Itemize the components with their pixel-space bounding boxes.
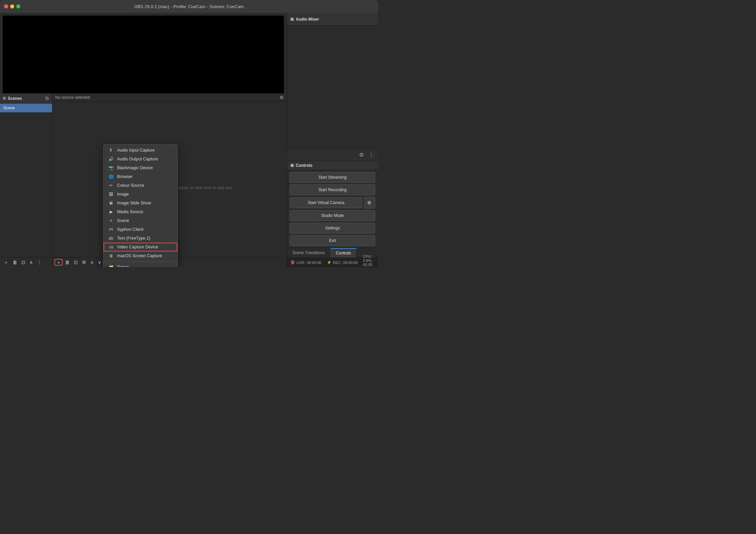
media-source-label: Media Source xyxy=(117,209,143,214)
start-virtual-camera-button[interactable]: Start Virtual Camera xyxy=(290,197,362,208)
audio-mixer-settings-button[interactable]: ⚙ xyxy=(358,150,365,159)
live-status: 📵 LIVE: 00:00:00 xyxy=(290,260,321,265)
image-label: Image xyxy=(117,192,129,197)
source-down-button[interactable]: ∨ xyxy=(96,259,103,266)
settings-button[interactable]: Settings xyxy=(290,223,375,233)
minimize-button[interactable] xyxy=(10,4,14,8)
start-recording-button[interactable]: Start Recording xyxy=(290,184,375,195)
add-scene-button[interactable]: ＋ xyxy=(2,259,10,266)
audio-mixer-title: Audio Mixer xyxy=(296,17,319,22)
no-source-label: No source selected xyxy=(55,95,90,100)
tab-controls[interactable]: Controls xyxy=(330,248,357,258)
menu-item-text-freetype2[interactable]: abText (FreeType 2) xyxy=(104,234,177,243)
audio-output-capture-label: Audio Output Capture xyxy=(117,157,158,161)
status-bar: 📵 LIVE: 00:00:00 ⚡ REC: 00:00:00 CPU: 0.… xyxy=(287,258,378,267)
video-capture-device-label: Video Capture Device xyxy=(117,245,158,249)
menu-item-image[interactable]: 🖼Image xyxy=(104,190,177,199)
virtual-camera-gear-button[interactable]: ⚙ xyxy=(364,197,375,208)
remove-source-button[interactable]: 🗑 xyxy=(63,259,71,266)
sources-header-row: No source selected ⚙ xyxy=(52,93,287,102)
titlebar: OBS 29.0.2 (mac) - Profile: CueCam - Sce… xyxy=(0,0,378,13)
menu-item-colour-source[interactable]: ✏Colour Source xyxy=(104,181,177,190)
image-icon: 🖼 xyxy=(108,192,114,197)
menu-item-browser[interactable]: 🌐Browser xyxy=(104,172,177,181)
syphon-client-label: Syphon Client xyxy=(117,227,143,232)
menu-item-scene[interactable]: ≡Scene xyxy=(104,216,177,225)
browser-icon: 🌐 xyxy=(108,174,114,179)
menu-item-audio-input-capture[interactable]: 🎙Audio Input Capture xyxy=(104,146,177,155)
media-source-icon: ▶ xyxy=(108,209,114,214)
close-button[interactable] xyxy=(4,4,8,8)
audio-mixer-footer: ⚙ ⋮ xyxy=(287,149,378,161)
audio-mixer-icon: ⊞ xyxy=(290,17,294,22)
scene-more-button[interactable]: ⋮ xyxy=(35,259,43,266)
blackmagic-device-label: Blackmagic Device xyxy=(117,165,153,170)
browser-label: Browser xyxy=(117,174,133,179)
scenes-panel-header: ⊞ Scenes ⧉ xyxy=(0,93,52,104)
scenes-panel-maximize[interactable]: ⧉ xyxy=(45,95,49,101)
menu-item-image-slide-show[interactable]: 📽Image Slide Show xyxy=(104,199,177,207)
start-streaming-button[interactable]: Start Streaming xyxy=(290,172,375,183)
audio-mixer-header: ⊞ Audio Mixer xyxy=(287,13,378,26)
preview-canvas xyxy=(3,16,284,93)
menu-item-syphon-client[interactable]: 🎮Syphon Client xyxy=(104,225,177,234)
right-panel: ⊞ Audio Mixer ⚙ ⋮ ⊞ Controls Start Strea… xyxy=(287,13,378,267)
live-label: LIVE: xyxy=(296,261,306,265)
text-freetype2-icon: ab xyxy=(108,236,114,241)
colour-source-label: Colour Source xyxy=(117,183,144,188)
menu-item-group[interactable]: 📁Group xyxy=(104,263,177,267)
bottom-row: ⊞ Scenes ⧉ Scene ＋ 🗑 ⊡ ∧ ⋮ No source sel… xyxy=(0,93,287,267)
exit-button[interactable]: Exit xyxy=(290,235,375,246)
macos-screen-capture-icon: 🖥 xyxy=(108,253,114,258)
menu-item-blackmagic-device[interactable]: 📷Blackmagic Device xyxy=(104,163,177,172)
menu-item-audio-output-capture[interactable]: 🔊Audio Output Capture xyxy=(104,155,177,163)
rec-status: ⚡ REC: 00:00:00 xyxy=(327,260,358,265)
source-filter-button[interactable]: ⊡ xyxy=(72,259,80,266)
scene-filter-button[interactable]: ⊡ xyxy=(20,259,27,266)
audio-mixer-body xyxy=(287,26,378,149)
traffic-lights xyxy=(4,4,20,8)
left-center-area: ⊞ Scenes ⧉ Scene ＋ 🗑 ⊡ ∧ ⋮ No source sel… xyxy=(0,13,287,267)
scene-list-item[interactable]: Scene xyxy=(0,104,52,112)
rec-label: REC: xyxy=(333,261,342,265)
syphon-client-icon: 🎮 xyxy=(108,227,114,232)
image-slide-show-icon: 📽 xyxy=(108,201,114,205)
main-layout: ⊞ Scenes ⧉ Scene ＋ 🗑 ⊡ ∧ ⋮ No source sel… xyxy=(0,13,378,267)
source-up-button[interactable]: ∧ xyxy=(89,259,95,266)
menu-item-macos-screen-capture[interactable]: 🖥macOS Screen Capture xyxy=(104,251,177,260)
scene-up-button[interactable]: ∧ xyxy=(28,259,35,266)
group-label: Group xyxy=(117,265,129,267)
controls-header: ⊞ Controls xyxy=(287,161,378,170)
menu-item-media-source[interactable]: ▶Media Source xyxy=(104,207,177,216)
macos-screen-capture-label: macOS Screen Capture xyxy=(117,253,162,258)
rec-time: 00:00:00 xyxy=(343,261,358,265)
live-icon: 📵 xyxy=(290,260,295,265)
controls-title: Controls xyxy=(296,163,312,168)
studio-mode-button[interactable]: Studio Mode xyxy=(290,210,375,221)
audio-input-capture-label: Audio Input Capture xyxy=(117,148,155,153)
maximize-button[interactable] xyxy=(16,4,20,8)
text-freetype2-label: Text (FreeType 2) xyxy=(117,236,150,241)
rec-icon: ⚡ xyxy=(327,260,332,265)
audio-input-capture-icon: 🎙 xyxy=(108,148,114,153)
colour-source-icon: ✏ xyxy=(108,183,114,188)
image-slide-show-label: Image Slide Show xyxy=(117,201,151,205)
audio-output-capture-icon: 🔊 xyxy=(108,157,114,161)
menu-item-video-capture-device[interactable]: 📹Video Capture Device xyxy=(104,243,177,251)
cpu-status: CPU: 0.8%, 60.00 fps xyxy=(363,254,375,267)
remove-scene-button[interactable]: 🗑 xyxy=(11,259,19,266)
live-time: 00:00:00 xyxy=(307,261,321,265)
group-icon: 📁 xyxy=(108,265,114,267)
sources-gear-button[interactable]: ⚙ xyxy=(280,95,284,100)
window-title: OBS 29.0.2 (mac) - Profile: CueCam - Sce… xyxy=(134,4,244,9)
tab-scene-transitions[interactable]: Scene Transitions xyxy=(287,248,330,258)
scenes-panel: ⊞ Scenes ⧉ Scene ＋ 🗑 ⊡ ∧ ⋮ xyxy=(0,93,52,267)
audio-mixer-more-button[interactable]: ⋮ xyxy=(367,150,375,159)
scenes-panel-title: Scenes xyxy=(8,96,22,101)
cpu-label: CPU: 0.8%, 60.00 fps xyxy=(363,254,375,267)
scene-icon: ≡ xyxy=(108,218,114,223)
video-capture-device-icon: 📹 xyxy=(108,245,114,249)
add-source-button[interactable]: ＋ xyxy=(54,259,63,266)
source-gear-button[interactable]: ⚙ xyxy=(80,259,88,266)
scenes-icon: ⊞ xyxy=(3,96,6,101)
